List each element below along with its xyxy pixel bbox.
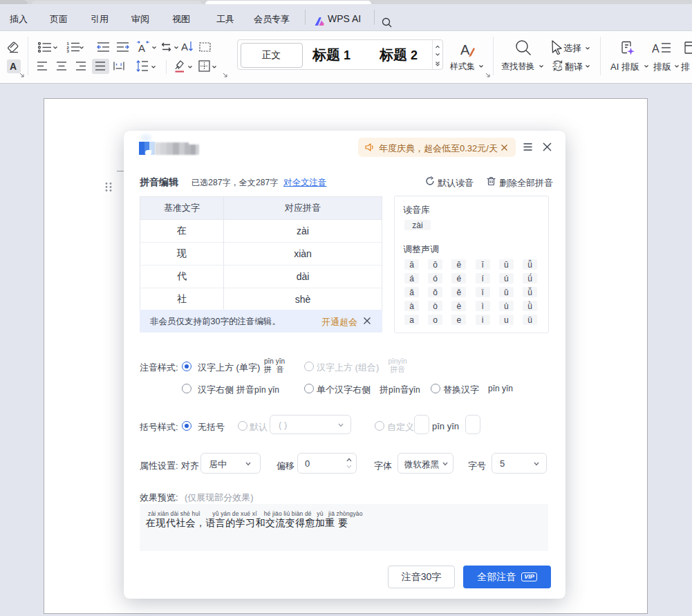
svg-text:A: A xyxy=(559,63,563,70)
svg-text:文: 文 xyxy=(552,62,558,68)
svg-text:A: A xyxy=(460,42,470,57)
svg-text:A: A xyxy=(181,41,188,53)
svg-text:3: 3 xyxy=(67,49,70,53)
svg-text:A: A xyxy=(652,43,660,55)
svg-text:A: A xyxy=(138,42,145,53)
